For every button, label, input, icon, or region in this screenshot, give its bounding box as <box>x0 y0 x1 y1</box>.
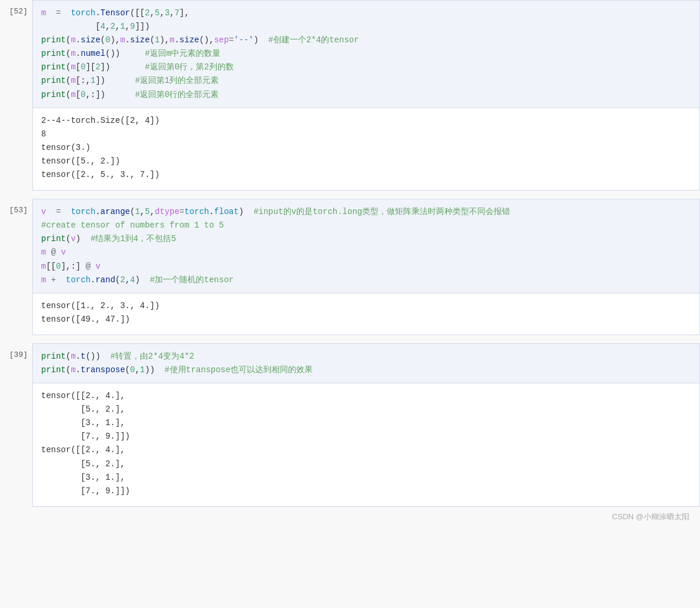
cell-53: [53] v = torch.arange(1,5,dtype=torch.fl… <box>0 199 700 293</box>
cell-53-number: [53] <box>0 199 32 293</box>
cell-39-input[interactable]: print(m.t()) #转置，由2*4变为4*2 print(m.trans… <box>32 343 700 383</box>
cell-53-output: tensor([1., 2., 3., 4.]) tensor([49., 47… <box>32 293 700 335</box>
cell-39-number: [39] <box>0 343 32 383</box>
cell-52-input[interactable]: m = torch.Tensor([[2,5,3,7], [4,2,1,9]])… <box>32 0 700 108</box>
watermark: CSDN @小糊涂晒太阳 <box>0 507 700 527</box>
cell-39-output: tensor([[2., 4.], [5., 2.], [3., 1.], [7… <box>32 383 700 507</box>
cell-52-output: 2--4--torch.Size([2, 4]) 8 tensor(3.) te… <box>32 108 700 191</box>
cell-52-number: [52] <box>0 0 32 108</box>
cell-52: [52] m = torch.Tensor([[2,5,3,7], [4,2,1… <box>0 0 700 108</box>
cell-39: [39] print(m.t()) #转置，由2*4变为4*2 print(m.… <box>0 343 700 383</box>
notebook: [52] m = torch.Tensor([[2,5,3,7], [4,2,1… <box>0 0 700 527</box>
cell-53-input[interactable]: v = torch.arange(1,5,dtype=torch.float) … <box>32 199 700 293</box>
